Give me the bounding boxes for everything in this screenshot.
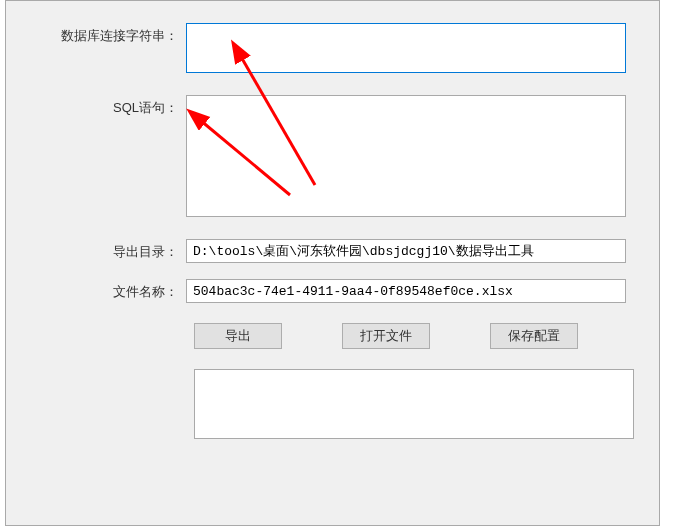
file-name-row: 文件名称： xyxy=(6,279,659,303)
button-row: 导出 打开文件 保存配置 xyxy=(6,323,659,349)
log-output[interactable] xyxy=(194,369,634,439)
export-button[interactable]: 导出 xyxy=(194,323,282,349)
connection-string-label: 数据库连接字符串： xyxy=(26,23,186,45)
sql-statement-input[interactable] xyxy=(186,95,626,217)
sql-statement-row: SQL语句： xyxy=(6,95,659,217)
output-dir-row: 导出目录： xyxy=(6,239,659,263)
main-panel: 数据库连接字符串： SQL语句： 导出目录： 文件名称： 导出 打开文件 保存配… xyxy=(5,0,660,526)
open-file-button[interactable]: 打开文件 xyxy=(342,323,430,349)
connection-string-row: 数据库连接字符串： xyxy=(6,23,659,73)
file-name-label: 文件名称： xyxy=(26,279,186,301)
sql-statement-label: SQL语句： xyxy=(26,95,186,117)
save-config-button[interactable]: 保存配置 xyxy=(490,323,578,349)
output-dir-label: 导出目录： xyxy=(26,239,186,261)
connection-string-input[interactable] xyxy=(186,23,626,73)
file-name-input[interactable] xyxy=(186,279,626,303)
output-dir-input[interactable] xyxy=(186,239,626,263)
